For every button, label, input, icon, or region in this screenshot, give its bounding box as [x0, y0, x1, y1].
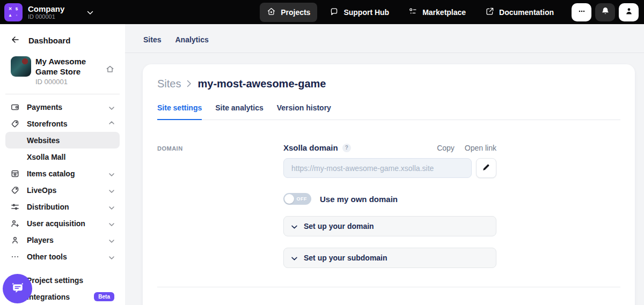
sidebar-item-distribution[interactable]: Distribution [5, 198, 120, 215]
sidebar-item-storefronts[interactable]: Storefronts [5, 115, 120, 132]
page-title: my-most-awesome-game [197, 78, 326, 90]
topbar: ✕ $ ▲ ◦ Company ID 000001 Projects Suppo… [0, 0, 644, 24]
top-navigation: Projects Support Hub Marketplace Documen… [260, 3, 561, 22]
sidebar-item-payments[interactable]: Payments [5, 99, 120, 115]
chat-widget-icon [10, 280, 25, 297]
domain-field-header: Xsolla domain ? Copy Open link [283, 143, 496, 152]
marketplace-icon [408, 7, 418, 18]
tag-icon [11, 186, 19, 195]
sidebar-item-items-catalog[interactable]: Items catalog [5, 165, 120, 182]
open-link[interactable]: Open link [465, 144, 496, 152]
chevron-down-icon [109, 219, 114, 228]
card-tabs: Site settings Site analytics Version his… [157, 103, 620, 120]
help-icon[interactable]: ? [342, 144, 351, 152]
logo-glyph: ✕ [9, 7, 12, 11]
home-icon [267, 7, 276, 18]
sidebar-item-xsolla-mall[interactable]: Xsolla Mall [5, 148, 120, 165]
company-id: ID 000001 [28, 13, 64, 20]
sidebar-menu: Payments Storefronts Websites Xsolla Mal… [0, 94, 125, 305]
project-card[interactable]: My Awesome Game Store ID 000001 [0, 46, 125, 86]
domain-section: DOMAIN Xsolla domain ? Copy Open link [157, 143, 620, 268]
own-domain-toggle-row: OFF Use my own domain [283, 193, 496, 205]
project-name: My Awesome Game Store [35, 56, 104, 77]
topnav-documentation[interactable]: Documentation [478, 3, 561, 22]
bell-icon [601, 6, 610, 18]
beta-badge: Beta [94, 292, 114, 301]
site-settings-card: Sites my-most-awesome-game Site settings… [143, 64, 635, 305]
sidebar-item-other-tools[interactable]: Other tools [5, 248, 120, 265]
logo-glyph: $ [16, 7, 18, 11]
more-icon [577, 7, 586, 17]
user-icon [11, 236, 19, 244]
dots-icon [11, 252, 19, 261]
company-name: Company [28, 4, 64, 13]
tab-site-analytics[interactable]: Site analytics [215, 103, 264, 120]
logo-glyph: ▲ [8, 13, 12, 18]
toggle-label: Use my own domain [320, 195, 398, 204]
box-icon [11, 169, 19, 178]
chevron-down-icon [109, 252, 114, 261]
chevron-down-icon [291, 222, 297, 230]
chevron-down-icon [109, 236, 114, 244]
tab-analytics[interactable]: Analytics [175, 35, 208, 44]
chevron-right-icon [187, 78, 192, 90]
topnav-projects[interactable]: Projects [260, 3, 317, 22]
support-chat-button[interactable] [3, 274, 32, 303]
setup-domain-accordion[interactable]: Set up your domain [283, 216, 496, 236]
sidebar-item-websites[interactable]: Websites [5, 132, 120, 148]
tab-site-settings[interactable]: Site settings [157, 103, 202, 120]
own-domain-toggle[interactable]: OFF [283, 193, 311, 205]
chevron-down-icon [109, 203, 114, 211]
main-area: Sites Analytics Sites my-most-awesome-ga… [125, 24, 644, 305]
chat-icon [330, 7, 339, 18]
domain-input[interactable] [283, 158, 472, 178]
topbar-actions [572, 3, 639, 21]
chevron-down-icon [109, 103, 114, 111]
sliders-icon [11, 203, 19, 211]
xsolla-logo-icon[interactable]: ✕ $ ▲ ◦ [4, 3, 23, 21]
project-avatar [11, 56, 31, 77]
logo-glyph: ◦ [16, 13, 18, 18]
tab-sites[interactable]: Sites [143, 35, 161, 44]
notifications-button[interactable] [595, 3, 615, 21]
tag-icon [11, 120, 19, 128]
setup-subdomain-accordion[interactable]: Set up your subdomain [283, 248, 496, 268]
company-switcher[interactable]: Company ID 000001 [28, 4, 64, 20]
sidebar: Dashboard My Awesome Game Store ID 00000… [0, 24, 125, 305]
domain-input-row [283, 158, 496, 178]
chevron-down-icon [109, 186, 114, 195]
breadcrumb: Sites my-most-awesome-game [157, 78, 620, 90]
sidebar-item-liveops[interactable]: LiveOps [5, 182, 120, 198]
toggle-state: OFF [297, 196, 308, 202]
tab-version-history[interactable]: Version history [277, 103, 331, 120]
top-tab-strip: Sites Analytics [125, 24, 644, 53]
account-icon [624, 6, 634, 18]
sidebar-item-players[interactable]: Players [5, 232, 120, 248]
account-button[interactable] [619, 3, 639, 21]
app-shell: Dashboard My Awesome Game Store ID 00000… [0, 24, 644, 305]
project-home-icon[interactable] [106, 65, 114, 76]
section-label: DOMAIN [157, 143, 283, 152]
wallet-icon [11, 103, 19, 111]
project-id: ID 000001 [35, 78, 104, 86]
section-divider [157, 287, 620, 287]
field-label: Xsolla domain [283, 143, 338, 152]
copy-link[interactable]: Copy [437, 144, 455, 152]
more-button[interactable] [572, 3, 591, 21]
pencil-icon [482, 163, 491, 173]
back-to-dashboard[interactable]: Dashboard [0, 24, 125, 46]
chevron-down-icon [109, 169, 114, 178]
chevron-down-icon [291, 254, 297, 262]
chevron-up-icon [109, 120, 114, 128]
external-link-icon [485, 7, 494, 18]
toggle-knob [284, 194, 294, 204]
breadcrumb-sites-link[interactable]: Sites [157, 78, 181, 90]
edit-domain-button[interactable] [476, 158, 496, 178]
chevron-down-icon[interactable] [87, 8, 93, 17]
menu-spacer [5, 265, 120, 272]
back-arrow-icon [11, 35, 19, 46]
sidebar-item-user-acquisition[interactable]: User acquisition [5, 215, 120, 232]
topnav-support-hub[interactable]: Support Hub [323, 3, 396, 22]
topnav-marketplace[interactable]: Marketplace [401, 3, 473, 22]
user-plus-icon [11, 219, 19, 228]
